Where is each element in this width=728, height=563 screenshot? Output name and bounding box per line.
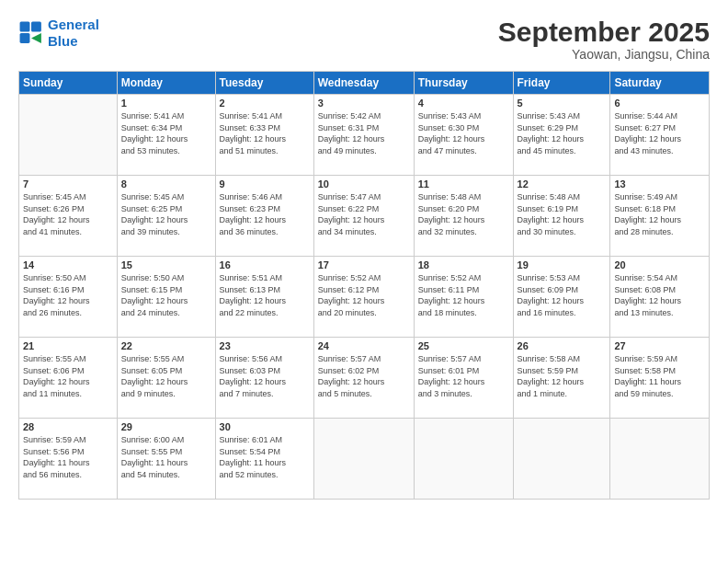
day-number: 11 <box>418 178 509 190</box>
day-cell <box>513 419 610 500</box>
svg-rect-2 <box>20 33 30 43</box>
header: General Blue September 2025 Yaowan, Jian… <box>18 17 710 62</box>
day-number: 23 <box>220 340 310 351</box>
day-info: Sunrise: 5:50 AMSunset: 6:16 PMDaylight:… <box>23 272 113 318</box>
day-number: 17 <box>318 259 410 270</box>
day-number: 24 <box>318 340 410 351</box>
day-cell: 19Sunrise: 5:53 AMSunset: 6:09 PMDayligh… <box>513 257 610 338</box>
day-cell: 25Sunrise: 5:57 AMSunset: 6:01 PMDayligh… <box>414 338 513 419</box>
day-number: 4 <box>418 98 509 109</box>
week-row-2: 7Sunrise: 5:45 AMSunset: 6:26 PMDaylight… <box>19 176 710 257</box>
day-number: 6 <box>614 98 705 109</box>
day-number: 8 <box>121 178 211 190</box>
day-cell: 16Sunrise: 5:51 AMSunset: 6:13 PMDayligh… <box>215 257 313 338</box>
day-info: Sunrise: 5:43 AMSunset: 6:29 PMDaylight:… <box>518 110 607 156</box>
day-info: Sunrise: 5:55 AMSunset: 6:06 PMDaylight:… <box>23 353 113 399</box>
day-number: 19 <box>518 259 607 270</box>
day-info: Sunrise: 5:48 AMSunset: 6:19 PMDaylight:… <box>518 191 607 237</box>
day-info: Sunrise: 5:49 AMSunset: 6:18 PMDaylight:… <box>614 191 705 237</box>
day-cell: 5Sunrise: 5:43 AMSunset: 6:29 PMDaylight… <box>513 95 610 176</box>
location: Yaowan, Jiangsu, China <box>498 47 710 62</box>
weekday-header-friday: Friday <box>513 72 610 95</box>
day-info: Sunrise: 5:41 AMSunset: 6:33 PMDaylight:… <box>220 110 310 156</box>
weekday-header-monday: Monday <box>117 72 215 95</box>
day-number: 9 <box>220 178 310 190</box>
week-row-3: 14Sunrise: 5:50 AMSunset: 6:16 PMDayligh… <box>19 257 710 338</box>
day-number: 30 <box>220 421 310 432</box>
svg-marker-3 <box>31 33 41 43</box>
day-info: Sunrise: 5:59 AMSunset: 5:56 PMDaylight:… <box>23 434 113 480</box>
day-number: 16 <box>220 259 310 270</box>
day-cell: 4Sunrise: 5:43 AMSunset: 6:30 PMDaylight… <box>414 95 513 176</box>
day-info: Sunrise: 6:00 AMSunset: 5:55 PMDaylight:… <box>121 434 211 480</box>
day-cell: 17Sunrise: 5:52 AMSunset: 6:12 PMDayligh… <box>313 257 414 338</box>
day-number: 5 <box>518 98 607 109</box>
header-row: SundayMondayTuesdayWednesdayThursdayFrid… <box>19 72 710 95</box>
day-cell <box>19 95 118 176</box>
day-cell: 10Sunrise: 5:47 AMSunset: 6:22 PMDayligh… <box>313 176 414 257</box>
weekday-header-tuesday: Tuesday <box>215 72 313 95</box>
calendar: SundayMondayTuesdayWednesdayThursdayFrid… <box>18 71 710 500</box>
day-cell: 7Sunrise: 5:45 AMSunset: 6:26 PMDaylight… <box>19 176 118 257</box>
day-cell: 2Sunrise: 5:41 AMSunset: 6:33 PMDaylight… <box>215 95 313 176</box>
day-cell: 15Sunrise: 5:50 AMSunset: 6:15 PMDayligh… <box>117 257 215 338</box>
day-number: 14 <box>23 259 113 270</box>
day-cell: 6Sunrise: 5:44 AMSunset: 6:27 PMDaylight… <box>610 95 710 176</box>
day-cell: 27Sunrise: 5:59 AMSunset: 5:58 PMDayligh… <box>610 338 710 419</box>
day-cell: 11Sunrise: 5:48 AMSunset: 6:20 PMDayligh… <box>414 176 513 257</box>
day-number: 22 <box>121 340 211 351</box>
day-info: Sunrise: 5:59 AMSunset: 5:58 PMDaylight:… <box>614 353 705 399</box>
logo-blue: Blue <box>48 33 78 49</box>
day-cell: 1Sunrise: 5:41 AMSunset: 6:34 PMDaylight… <box>117 95 215 176</box>
day-cell: 14Sunrise: 5:50 AMSunset: 6:16 PMDayligh… <box>19 257 118 338</box>
day-cell: 30Sunrise: 6:01 AMSunset: 5:54 PMDayligh… <box>215 419 313 500</box>
day-info: Sunrise: 5:53 AMSunset: 6:09 PMDaylight:… <box>518 272 607 318</box>
weekday-header-wednesday: Wednesday <box>313 72 414 95</box>
day-cell: 8Sunrise: 5:45 AMSunset: 6:25 PMDaylight… <box>117 176 215 257</box>
logo-general: General <box>48 17 99 32</box>
logo-text: General Blue <box>48 17 99 50</box>
day-info: Sunrise: 5:57 AMSunset: 6:02 PMDaylight:… <box>318 353 410 399</box>
day-cell: 3Sunrise: 5:42 AMSunset: 6:31 PMDaylight… <box>313 95 414 176</box>
day-number: 29 <box>121 421 211 432</box>
day-info: Sunrise: 5:56 AMSunset: 6:03 PMDaylight:… <box>220 353 310 399</box>
svg-rect-0 <box>20 22 30 32</box>
day-info: Sunrise: 5:51 AMSunset: 6:13 PMDaylight:… <box>220 272 310 318</box>
day-cell: 22Sunrise: 5:55 AMSunset: 6:05 PMDayligh… <box>117 338 215 419</box>
day-cell: 12Sunrise: 5:48 AMSunset: 6:19 PMDayligh… <box>513 176 610 257</box>
day-cell <box>610 419 710 500</box>
page: General Blue September 2025 Yaowan, Jian… <box>0 0 728 563</box>
logo-icon <box>18 20 44 46</box>
weekday-header-sunday: Sunday <box>19 72 118 95</box>
day-info: Sunrise: 5:43 AMSunset: 6:30 PMDaylight:… <box>418 110 509 156</box>
day-number: 21 <box>23 340 113 351</box>
day-cell <box>414 419 513 500</box>
day-number: 18 <box>418 259 509 270</box>
day-info: Sunrise: 5:52 AMSunset: 6:12 PMDaylight:… <box>318 272 410 318</box>
week-row-5: 28Sunrise: 5:59 AMSunset: 5:56 PMDayligh… <box>19 419 710 500</box>
day-info: Sunrise: 5:41 AMSunset: 6:34 PMDaylight:… <box>121 110 211 156</box>
day-cell <box>313 419 414 500</box>
day-number: 10 <box>318 178 410 190</box>
day-info: Sunrise: 5:58 AMSunset: 5:59 PMDaylight:… <box>518 353 607 399</box>
day-number: 27 <box>614 340 705 351</box>
day-info: Sunrise: 5:48 AMSunset: 6:20 PMDaylight:… <box>418 191 509 237</box>
day-number: 13 <box>614 178 705 190</box>
day-info: Sunrise: 5:44 AMSunset: 6:27 PMDaylight:… <box>614 110 705 156</box>
day-cell: 9Sunrise: 5:46 AMSunset: 6:23 PMDaylight… <box>215 176 313 257</box>
logo: General Blue <box>18 17 99 50</box>
day-cell: 20Sunrise: 5:54 AMSunset: 6:08 PMDayligh… <box>610 257 710 338</box>
day-cell: 26Sunrise: 5:58 AMSunset: 5:59 PMDayligh… <box>513 338 610 419</box>
day-cell: 23Sunrise: 5:56 AMSunset: 6:03 PMDayligh… <box>215 338 313 419</box>
day-cell: 29Sunrise: 6:00 AMSunset: 5:55 PMDayligh… <box>117 419 215 500</box>
title-block: September 2025 Yaowan, Jiangsu, China <box>498 17 710 62</box>
day-number: 12 <box>518 178 607 190</box>
day-number: 25 <box>418 340 509 351</box>
day-info: Sunrise: 6:01 AMSunset: 5:54 PMDaylight:… <box>220 434 310 480</box>
day-cell: 18Sunrise: 5:52 AMSunset: 6:11 PMDayligh… <box>414 257 513 338</box>
day-cell: 24Sunrise: 5:57 AMSunset: 6:02 PMDayligh… <box>313 338 414 419</box>
day-info: Sunrise: 5:57 AMSunset: 6:01 PMDaylight:… <box>418 353 509 399</box>
day-info: Sunrise: 5:54 AMSunset: 6:08 PMDaylight:… <box>614 272 705 318</box>
weekday-header-saturday: Saturday <box>610 72 710 95</box>
day-number: 28 <box>23 421 113 432</box>
